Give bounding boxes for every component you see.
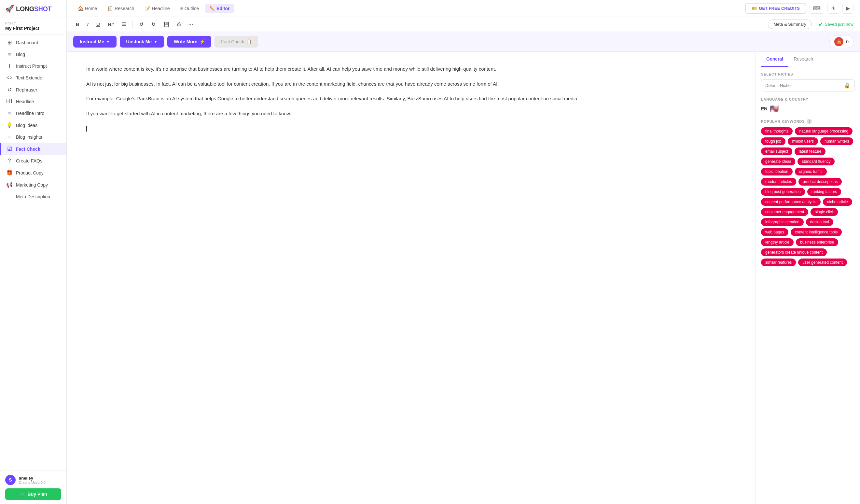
sidebar-item-label-meta-description: Meta Description	[16, 194, 50, 199]
italic-button[interactable]: I	[85, 20, 91, 29]
buy-plan-button[interactable]: 🛒 Buy Plan	[5, 488, 61, 500]
heading-button[interactable]: H#	[105, 20, 116, 29]
sidebar: 🚀 LONGSHOT Project My First Project ⊞Das…	[0, 0, 67, 504]
cart-icon: 🛒	[19, 492, 25, 497]
niche-input[interactable]	[765, 83, 844, 88]
play-icon-button[interactable]: ▶	[842, 3, 854, 14]
info-icon[interactable]: i	[807, 119, 812, 124]
underline-button[interactable]: U	[94, 20, 102, 29]
keyword-tag[interactable]: organic traffic	[795, 168, 827, 175]
headline-topnav-icon: 📝	[144, 6, 150, 11]
keyword-tag[interactable]: user generated content	[798, 259, 847, 266]
right-panel-tabs: GeneralResearch	[756, 52, 860, 67]
lock-badge: 🔒 0	[829, 35, 854, 48]
sidebar-item-rephraser[interactable]: ↺Rephraser	[0, 84, 67, 96]
topnav-research[interactable]: 📋Research	[103, 4, 139, 13]
keyword-tag[interactable]: human writers	[820, 138, 853, 145]
keyword-tag[interactable]: design tool	[806, 218, 833, 226]
sidebar-item-marketing-copy[interactable]: 📢Marketing Copy	[0, 179, 67, 191]
tab-general[interactable]: General	[761, 52, 788, 67]
redo-button[interactable]: ↻	[149, 20, 158, 29]
sidebar-item-text-extender[interactable]: <>Text Extender	[0, 72, 67, 84]
niche-lock-icon: 🔒	[844, 82, 850, 89]
get-credits-label: GET FREE CREDITS	[759, 6, 800, 11]
tab-research[interactable]: Research	[788, 52, 818, 67]
more-button[interactable]: ⋯	[186, 20, 196, 29]
share-button[interactable]: ⎙	[175, 20, 183, 29]
keyword-tag[interactable]: lengthy article	[761, 238, 793, 246]
keyword-tag[interactable]: product descriptions	[799, 178, 842, 186]
keyword-tag[interactable]: natural language processing	[795, 127, 852, 135]
instruct-me-button[interactable]: Instruct Me ▼	[73, 36, 116, 47]
theme-icon-button[interactable]: ☀	[828, 3, 839, 14]
editor-area[interactable]: In a world where content is key, it's no…	[67, 52, 756, 504]
editor-topnav-icon: ✏️	[209, 6, 215, 11]
bold-button[interactable]: B	[73, 20, 82, 29]
keyword-tag[interactable]: final thoughts	[761, 127, 793, 135]
marketing-copy-nav-icon: 📢	[6, 182, 13, 188]
editor-paragraph-3: If you want to get started with AI in co…	[86, 110, 736, 118]
write-more-button[interactable]: Write More ⚡	[167, 36, 211, 47]
keyword-tag[interactable]: random articles	[761, 178, 796, 186]
keyword-tag[interactable]: infographic creation	[761, 218, 804, 226]
meta-description-nav-icon: □	[6, 194, 13, 200]
headline-nav-icon: H1	[6, 99, 13, 104]
keyword-tag[interactable]: million users	[788, 138, 818, 145]
keyword-tag[interactable]: ranking factors	[807, 188, 842, 196]
select-niches-label: SELECT NICHES	[761, 72, 855, 76]
sidebar-item-headline[interactable]: H1Headline	[0, 96, 67, 107]
topnav-editor[interactable]: ✏️Editor	[205, 4, 234, 13]
get-free-credits-button[interactable]: 🎫 GET FREE CREDITS	[745, 3, 806, 14]
keyword-tag[interactable]: business enterprise	[796, 238, 838, 246]
keyword-tag[interactable]: generators create unique content	[761, 248, 827, 256]
sidebar-item-instruct-prompt[interactable]: IInstruct Prompt	[0, 60, 67, 72]
research-topnav-icon: 📋	[108, 6, 113, 11]
sidebar-item-dashboard[interactable]: ⊞Dashboard	[0, 37, 67, 48]
user-row: S shelley Credits Used:0.0	[5, 475, 61, 485]
sidebar-item-blog[interactable]: ≡Blog	[0, 48, 67, 60]
keyword-tag[interactable]: generate ideas	[761, 158, 795, 165]
undo-button[interactable]: ↺	[137, 20, 146, 29]
rephraser-nav-icon: ↺	[6, 87, 13, 93]
sidebar-item-product-copy[interactable]: 🎁Product Copy	[0, 167, 67, 179]
sidebar-item-blog-ideas[interactable]: 💡Blog Ideas	[0, 119, 67, 131]
keyword-tag[interactable]: customer engagement	[761, 208, 808, 216]
toolbar-divider-1	[132, 20, 133, 28]
sidebar-item-headline-intro[interactable]: ≡Headline Intro	[0, 107, 67, 119]
fact-check-button[interactable]: Fact Check 📋	[215, 36, 258, 47]
topnav-headline[interactable]: 📝Headline	[140, 4, 174, 13]
keyword-tag[interactable]: blog post generation	[761, 188, 805, 196]
keyword-tag[interactable]: email subject	[761, 147, 792, 155]
list-button[interactable]: ☰	[119, 20, 129, 29]
save-button[interactable]: 💾	[161, 20, 172, 29]
write-more-icon: ⚡	[199, 39, 205, 44]
keyword-tag[interactable]: tough job	[761, 138, 786, 145]
keyword-tag[interactable]: web pages	[761, 228, 788, 236]
meta-summary-button[interactable]: Meta & Summary	[768, 19, 812, 29]
sidebar-item-meta-description[interactable]: □Meta Description	[0, 191, 67, 202]
sidebar-item-label-create-faqs: Create FAQs	[16, 158, 42, 163]
sidebar-item-blog-insights[interactable]: ≡Blog Insights	[0, 131, 67, 143]
sidebar-item-fact-check[interactable]: ☑Fact Check	[0, 143, 67, 155]
keyword-tag[interactable]: topic ideation	[761, 168, 793, 175]
keyword-tag[interactable]: latest feature	[794, 147, 826, 155]
keyword-tag[interactable]: niche article	[823, 198, 852, 206]
topnav-links: 🏠Home📋Research📝Headline≡Outline✏️Editor	[73, 4, 234, 13]
editor-paragraph-1: AI is not just for big businesses. In fa…	[86, 80, 736, 88]
topnav-outline[interactable]: ≡Outline	[176, 4, 204, 13]
topnav-home[interactable]: 🏠Home	[73, 4, 102, 13]
lang-code: EN	[761, 106, 767, 111]
keyword-tag[interactable]: standard fluency	[798, 158, 835, 165]
unstuck-me-button[interactable]: Unstuck Me ▼	[120, 36, 164, 47]
niche-input-row[interactable]: 🔒	[761, 80, 855, 91]
sidebar-item-create-faqs[interactable]: ?Create FAQs	[0, 155, 67, 167]
logo-area: 🚀 LONGSHOT	[0, 0, 67, 18]
sidebar-item-label-headline-intro: Headline Intro	[16, 111, 44, 116]
keyword-tag[interactable]: similar features	[761, 259, 796, 266]
keyword-tag[interactable]: content intelligence tools	[791, 228, 842, 236]
lang-row: EN 🇺🇸	[761, 104, 855, 113]
sidebar-item-label-text-extender: Text Extender	[16, 75, 44, 81]
keyword-tag[interactable]: single click	[811, 208, 838, 216]
keyboard-icon-button[interactable]: ⌨	[809, 3, 824, 14]
keyword-tag[interactable]: content performance analysis	[761, 198, 821, 206]
